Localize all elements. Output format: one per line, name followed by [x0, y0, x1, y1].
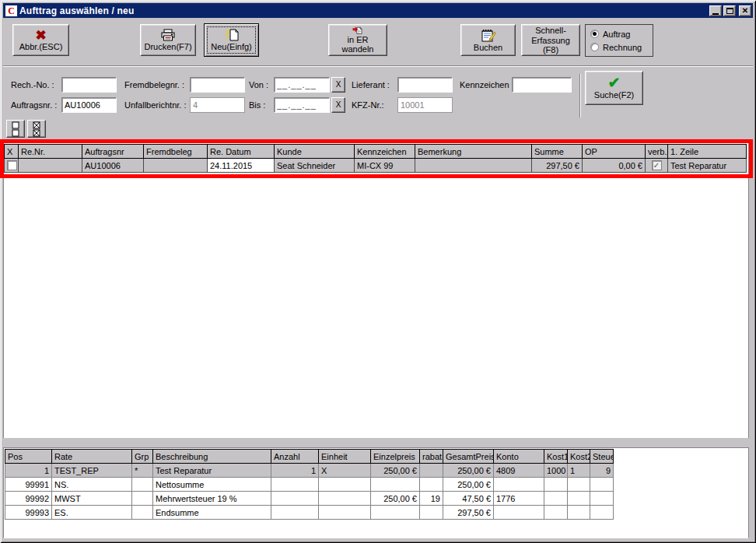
col-beschreibung[interactable]: Beschreibung [153, 450, 271, 464]
cell-beschreibung: Test Reparatur [153, 464, 271, 478]
col-auftragsnr[interactable]: Auftragsnr [82, 145, 144, 159]
col-kennzeichen[interactable]: Kennzeichen [355, 145, 415, 159]
fremdbeleg-input[interactable] [190, 77, 245, 93]
col-konto[interactable]: Konto [494, 450, 544, 464]
convert-er-button[interactable]: in ER wandeln [328, 24, 387, 56]
select-all-button[interactable] [27, 120, 46, 138]
minimize-icon [712, 13, 719, 15]
von-date-input[interactable] [274, 77, 330, 93]
positions-table: Pos Rate Grp Beschreibung Anzahl Einheit… [5, 449, 614, 520]
close-button[interactable]: ✕ [739, 5, 751, 16]
maximize-icon [726, 8, 733, 14]
cell-beschreibung: Nettosumme [153, 478, 271, 492]
unfallbericht-input [190, 97, 245, 113]
verb-checked-checkbox: ✓ [652, 160, 662, 170]
cell-anzahl: 1 [271, 464, 319, 478]
radio-selected-icon [590, 30, 599, 38]
col-rate[interactable]: Rate [52, 450, 132, 464]
lieferant-input[interactable] [397, 77, 453, 93]
cell-pos: 99991 [5, 478, 52, 492]
bis-clear-button[interactable]: X [331, 97, 345, 113]
order-kunde: Seat Schneider [275, 159, 355, 173]
cell-konto: 1776 [494, 492, 544, 506]
col-anzahl[interactable]: Anzahl [271, 450, 319, 464]
radio-unselected-icon [590, 43, 599, 51]
rechno-input[interactable] [61, 77, 117, 93]
book-button[interactable]: Buchen [460, 24, 516, 56]
minimize-button[interactable] [709, 5, 722, 16]
col-kunde[interactable]: Kunde [275, 145, 355, 159]
cell-einzelpreis [371, 506, 420, 520]
cell-grp [132, 492, 153, 506]
col-summe[interactable]: Summe [532, 145, 583, 159]
col-gesamtpreis[interactable]: GesamtPreis [443, 450, 494, 464]
new-label: Neu(Einfg) [211, 42, 252, 51]
col-pos[interactable]: Pos [5, 450, 52, 464]
cell-beschreibung: Endsumme [153, 506, 271, 520]
order-redatum[interactable]: 24.11.2015 [208, 159, 275, 173]
col-einheit[interactable]: Einheit [319, 450, 371, 464]
toolbar-separator [3, 65, 753, 67]
new-document-icon [224, 29, 240, 41]
col-renr[interactable]: Re.Nr. [19, 145, 82, 159]
cell-steuer [590, 506, 614, 520]
col-kost2[interactable]: Kost2 [568, 450, 590, 464]
col-einzelpreis[interactable]: Einzelpreis [371, 450, 420, 464]
kfz-label: KFZ-Nr.: [352, 97, 384, 113]
order-select-cell[interactable] [5, 159, 19, 173]
abort-button[interactable]: ✖ Abbr.(ESC) [12, 24, 69, 56]
app-window: C Aufttrag auswählen / neu ✕ ✖ Abbr.(ESC… [0, 0, 756, 543]
radio-auftrag[interactable]: Auftrag [590, 30, 648, 39]
cell-pos: 1 [5, 464, 52, 478]
filter-separator [579, 74, 581, 117]
cell-rate: ES. [52, 506, 132, 520]
col-rabat[interactable]: rabat [420, 450, 443, 464]
abort-x-icon: ✖ [35, 30, 46, 41]
order-zeile: Test Reparatur [668, 159, 747, 173]
auftragsnr-input[interactable] [61, 97, 117, 113]
printer-icon [161, 29, 175, 41]
order-select-checkbox[interactable] [7, 160, 17, 170]
order-renr [19, 159, 82, 173]
cell-kost2: 1 [568, 464, 590, 478]
cell-kost1 [544, 478, 568, 492]
cell-rabat [420, 506, 443, 520]
window-title: Aufttrag auswählen / neu [19, 5, 134, 16]
cell-einzelpreis [371, 478, 420, 492]
quick-entry-button[interactable]: Schnell- Erfassung (F8) [521, 24, 580, 56]
position-row[interactable]: 99993 ES. Endsumme 297,50 € [5, 506, 614, 520]
mode-radio-group: Auftrag Rechnung [585, 24, 653, 57]
col-kost1[interactable]: Kost1 [544, 450, 568, 464]
col-steuer[interactable]: Steuer [590, 450, 614, 464]
search-button[interactable]: ✔ Suche(F2) [585, 71, 643, 105]
col-zeile[interactable]: 1. Zeile [668, 145, 747, 159]
cell-grp [132, 478, 153, 492]
position-row[interactable]: 99992 MWST Mehrwertsteuer 19 % 250,00 € … [5, 492, 614, 506]
von-clear-button[interactable]: X [331, 77, 345, 93]
deselect-all-button[interactable] [6, 120, 25, 138]
radio-rechnung[interactable]: Rechnung [590, 43, 648, 52]
abort-label: Abbr.(ESC) [19, 42, 63, 51]
print-button[interactable]: Drucken(F7) [140, 24, 196, 56]
col-op[interactable]: OP [583, 145, 646, 159]
col-verb[interactable]: verb. [646, 145, 668, 159]
new-button[interactable]: Neu(Einfg) [204, 23, 259, 57]
quick-entry-label-line2: Erfassung (F8) [523, 36, 578, 54]
bis-label: Bis : [249, 97, 265, 113]
order-row[interactable]: AU10006 24.11.2015 Seat Schneider MI-CX … [5, 159, 747, 173]
orders-header-row: X Re.Nr. Auftragsnr Fremdbeleg Re. Datum… [5, 145, 747, 159]
col-grp[interactable]: Grp [132, 450, 153, 464]
maximize-button[interactable] [723, 5, 736, 16]
position-row[interactable]: 1 TEST_REP * Test Reparatur 1 X 250,00 €… [5, 464, 614, 478]
cell-kost2 [568, 492, 590, 506]
cell-einheit [319, 478, 371, 492]
kennzeichen-input[interactable] [512, 77, 572, 93]
bis-date-input[interactable] [274, 97, 330, 113]
col-fremdbeleg[interactable]: Fremdbeleg [144, 145, 208, 159]
cell-kost1: 1000 [544, 464, 568, 478]
col-redatum[interactable]: Re. Datum [208, 145, 275, 159]
position-row[interactable]: 99991 NS. Nettosumme 250,00 € [5, 478, 614, 492]
col-x[interactable]: X [5, 145, 19, 159]
radio-auftrag-label: Auftrag [603, 30, 630, 39]
col-bemerkung[interactable]: Bemerkung [415, 145, 532, 159]
